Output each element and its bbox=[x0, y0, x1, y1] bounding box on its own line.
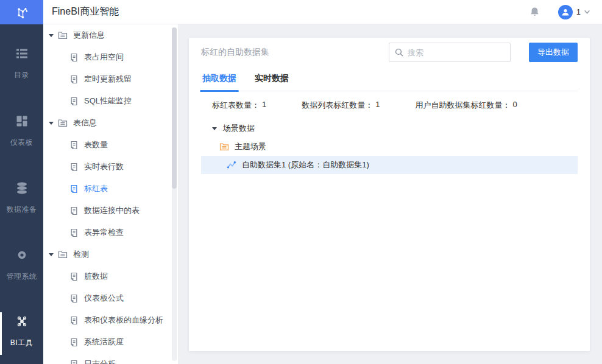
sidebar-item-dashboard[interactable]: 仪表板 bbox=[0, 114, 43, 148]
tree-item-label: 表和仪表板的血缘分析 bbox=[84, 315, 163, 326]
tree-item-realtime-row-count[interactable]: 实时表行数 bbox=[43, 156, 178, 178]
tree-folder-update-info[interactable]: 更新信息 bbox=[43, 24, 178, 46]
sidebar-item-catalog[interactable]: 目录 bbox=[0, 47, 43, 80]
stats-row: 标红表数量： 1 数据列表标红数量： 1 用户自助数据集标红数量： 0 bbox=[201, 100, 578, 111]
tree-item-dirty-data[interactable]: 脏数据 bbox=[43, 265, 178, 287]
tree-item-dashboard-formula[interactable]: 仪表板公式 bbox=[43, 287, 178, 309]
tree-item-label: 系统活跃度 bbox=[84, 337, 124, 348]
dataset-label: 自助数据集1 (原始名：自助数据集1) bbox=[242, 159, 369, 170]
tree-item-lineage-analysis[interactable]: 表和仪表板的血缘分析 bbox=[43, 309, 178, 331]
tab-extracted-data[interactable]: 抽取数据 bbox=[201, 73, 238, 91]
tree-item-table-count[interactable]: 表数量 bbox=[43, 134, 178, 156]
sidebar-scrollbar-track bbox=[172, 27, 177, 361]
tree-folder-detection[interactable]: 检测 bbox=[43, 243, 178, 265]
stat-value: 1 bbox=[262, 100, 266, 111]
stat-label: 数据列表标红数量： bbox=[302, 100, 373, 111]
search-box[interactable] bbox=[389, 43, 511, 62]
doc-icon bbox=[69, 360, 79, 364]
doc-icon bbox=[69, 163, 79, 172]
tree-item-scheduled-update-residue[interactable]: 定时更新残留 bbox=[43, 68, 178, 90]
finebi-logo-icon bbox=[14, 4, 30, 20]
caret-down-icon[interactable] bbox=[49, 253, 54, 256]
stat-red-table-count: 标红表数量： 1 bbox=[212, 100, 266, 111]
doc-icon bbox=[69, 228, 79, 237]
tree-item-table-anomaly-check[interactable]: 表异常检查 bbox=[43, 222, 178, 243]
doc-icon bbox=[69, 272, 79, 281]
tree-item-table-space[interactable]: 表占用空间 bbox=[43, 46, 178, 68]
card-toolbar: 标红的自助数据集 导出数据 bbox=[201, 38, 578, 62]
sidebar-item-label: 目录 bbox=[0, 70, 43, 80]
bi-tools-network-icon bbox=[15, 315, 29, 328]
data-tabs: 抽取数据 实时数据 bbox=[201, 73, 578, 91]
tree-item-label: 主题场景 bbox=[235, 141, 266, 152]
dataset-chart-icon bbox=[227, 160, 236, 170]
doc-icon bbox=[69, 141, 79, 150]
tree-item-label: 日志分析 bbox=[84, 359, 116, 364]
tree-item-label: 脏数据 bbox=[84, 271, 108, 282]
tree-item-label: 定时更新残留 bbox=[84, 74, 132, 85]
result-tree-folder-theme-scene[interactable]: 主题场景 bbox=[201, 138, 578, 156]
chevron-down-icon[interactable] bbox=[583, 8, 591, 16]
tree-folder-table-info[interactable]: 表信息 bbox=[43, 112, 178, 134]
user-count: 1 bbox=[576, 7, 581, 16]
dashboard-grid-icon bbox=[15, 114, 29, 128]
tree-item-label: SQL性能监控 bbox=[84, 96, 132, 107]
user-avatar-icon bbox=[561, 8, 570, 16]
caret-down-icon[interactable] bbox=[212, 127, 217, 130]
finebi-logo[interactable] bbox=[0, 0, 43, 24]
stat-data-list-red-count: 数据列表标红数量： 1 bbox=[302, 100, 380, 111]
doc-icon bbox=[69, 206, 79, 215]
result-tree-dataset-row[interactable]: 自助数据集1 (原始名：自助数据集1) bbox=[201, 156, 578, 174]
caret-down-icon[interactable] bbox=[49, 34, 54, 37]
doc-icon bbox=[69, 338, 79, 347]
stat-user-dataset-red-count: 用户自助数据集标红数量： 0 bbox=[415, 100, 517, 111]
doc-icon bbox=[69, 53, 79, 62]
sidebar-item-bi-tools[interactable]: BI工具 bbox=[0, 315, 43, 348]
result-tree: 场景数据 主题场景 bbox=[201, 119, 578, 174]
top-header: FineBI商业智能 1 bbox=[43, 0, 602, 24]
tree-item-label: 标红表 bbox=[84, 183, 108, 194]
sidebar-scrollbar-thumb[interactable] bbox=[172, 27, 177, 189]
catalog-list-icon bbox=[15, 47, 29, 60]
tree-item-label: 数据连接中的表 bbox=[84, 205, 140, 216]
tree-item-tables-in-data-connection[interactable]: 数据连接中的表 bbox=[43, 200, 178, 222]
page-title: 标红的自助数据集 bbox=[201, 47, 269, 58]
gear-icon bbox=[15, 248, 29, 262]
folder-icon bbox=[58, 30, 68, 40]
app-title: FineBI商业智能 bbox=[52, 5, 119, 18]
tree-item-label: 表占用空间 bbox=[84, 52, 124, 63]
header-right: 1 bbox=[529, 5, 591, 19]
result-tree-root-scene-data[interactable]: 场景数据 bbox=[201, 119, 578, 138]
bell-icon[interactable] bbox=[529, 7, 540, 17]
tree-item-sql-performance[interactable]: SQL性能监控 bbox=[43, 90, 178, 112]
tree-item-label: 实时表行数 bbox=[84, 161, 124, 172]
app-sidebar: 目录 仪表板 数据准备 bbox=[0, 0, 43, 364]
search-input[interactable] bbox=[408, 48, 505, 57]
sidebar-item-data-prep[interactable]: 数据准备 bbox=[0, 181, 43, 215]
sidebar-item-label: BI工具 bbox=[0, 338, 43, 348]
tree-item-label: 场景数据 bbox=[223, 123, 255, 134]
tree-item-label: 表信息 bbox=[73, 117, 97, 128]
content-card: 标红的自助数据集 导出数据 抽取数据 实时数据 标红表数量： 1 数据列表标红 bbox=[189, 38, 590, 351]
tab-realtime-data[interactable]: 实时数据 bbox=[253, 73, 290, 91]
tree-item-system-activity[interactable]: 系统活跃度 bbox=[43, 331, 178, 353]
tree-item-label: 表异常检查 bbox=[84, 227, 124, 238]
tree-item-log-analysis[interactable]: 日志分析 bbox=[43, 353, 178, 364]
sidebar-item-admin[interactable]: 管理系统 bbox=[0, 248, 43, 282]
doc-icon bbox=[69, 184, 79, 194]
tree-item-red-flagged-tables[interactable]: 标红表 bbox=[43, 178, 178, 200]
caret-down-icon[interactable] bbox=[49, 122, 54, 125]
sidebar-item-label: 仪表板 bbox=[0, 138, 43, 148]
tree-item-label: 表数量 bbox=[84, 139, 108, 150]
database-icon bbox=[15, 181, 29, 195]
folder-icon bbox=[58, 118, 68, 128]
tree-item-label: 仪表板公式 bbox=[84, 293, 124, 304]
main-area: 标红的自助数据集 导出数据 抽取数据 实时数据 标红表数量： 1 数据列表标红 bbox=[178, 24, 602, 364]
user-avatar[interactable] bbox=[558, 5, 573, 19]
export-data-button[interactable]: 导出数据 bbox=[529, 43, 578, 62]
menu-tree-sidebar: 更新信息 表占用空间 定时更新残留 SQL性能监控 bbox=[43, 24, 178, 364]
tree-item-label: 检测 bbox=[73, 249, 89, 260]
doc-icon bbox=[69, 75, 79, 84]
sidebar-item-label: 管理系统 bbox=[0, 271, 43, 282]
tree-item-label: 更新信息 bbox=[73, 30, 105, 41]
